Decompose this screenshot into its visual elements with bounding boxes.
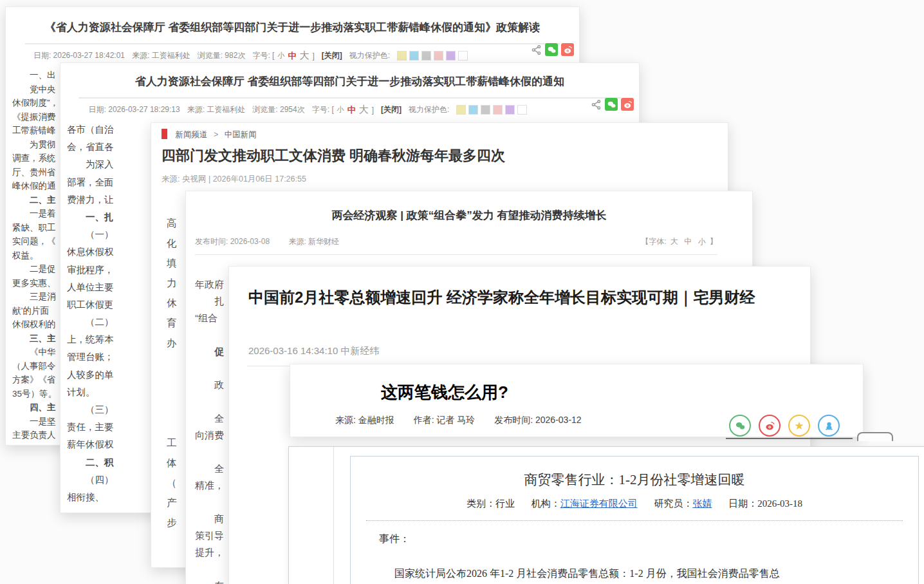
body-line: 为深入 [67,156,152,173]
date-text: 日期: 2026-03-27 18:29:13 [89,104,180,115]
report-meta: 类别：行业 机构：江海证券有限公司 研究员：张婧 日期：2026-03-18 [351,498,918,510]
font-small-button[interactable]: 小 [698,237,706,246]
font-size-label-end: 】 [710,237,717,246]
news-title: 这两笔钱怎么用? [290,381,599,404]
article-meta: 日期: 2026-03-27 18:42:01 来源: 工资福利处 浏览量: 9… [6,50,495,62]
wechat-icon[interactable] [545,43,558,56]
font-size-control: 【字体: 大 中 小 】 [641,236,717,247]
title-divider [25,43,560,44]
body-line: （一） [67,226,152,243]
source-text: 来源: 工资福利处 [187,104,246,115]
body-line: 人较多的单 [67,366,152,384]
eye-protect-swatch[interactable] [421,51,431,61]
news-meta-row: 来源: 金融时报 作者: 记者 马玲 发布时间: 2026-03-12 [335,415,582,426]
body-line: 计划。 [67,384,152,401]
font-small-button[interactable]: 小 [337,105,344,115]
body-line: 休息休假权 [67,243,152,261]
body-line: 二、积 [67,454,152,471]
report-page: 商贸零售行业：1-2月份社零增速回暖 类别：行业 机构：江海证券有限公司 研究员… [288,446,924,584]
publish-time: 发布时间: 2026-03-12 [494,415,581,425]
body-line: （二） [67,314,152,331]
wechat-icon[interactable] [729,415,751,437]
close-button[interactable]: [关闭] [381,104,402,115]
analyst-link[interactable]: 张婧 [692,498,712,509]
rounded-tab [857,432,893,441]
eye-protect-swatch[interactable] [434,51,443,61]
font-large-button[interactable]: 大 [359,104,369,116]
body-line: 各市（自治 [67,121,152,138]
font-size-control: 字号: [ 小 中 大 ] [312,104,374,116]
body-line: 费潜力，让 [67,191,152,209]
article-body-column: 各市（自治会，省直各 为深入部署，全面费潜力，让 一、扎 （一）休息休假权审批程… [67,121,152,506]
publish-time: 发布时间: 2026-03-08 [195,237,270,246]
font-medium-button[interactable]: 中 [288,50,296,62]
share-icon[interactable] [591,99,602,110]
article-meta: 日期: 2026-03-27 18:29:13 来源: 工资福利处 浏览量: 2… [60,104,555,116]
body-line: 审批程序， [67,261,152,279]
body-line: 职工休假更 [67,296,152,314]
category-label: 类别： [467,498,495,509]
analyst-label: 研究员： [654,498,692,509]
font-large-button[interactable]: 大 [670,237,678,246]
breadcrumb: 新闻频道 > 中国新闻 [162,129,257,140]
close-button[interactable]: [关闭] [322,50,342,61]
weibo-icon[interactable] [621,98,634,111]
font-size-label: 字号: [ [312,104,334,115]
eye-protect-swatch[interactable] [505,105,515,115]
meta-left: 发布时间: 2026-03-08 来源: 新华财经 [195,236,339,247]
favorite-star-icon[interactable]: ★ [788,415,810,437]
eye-protect-swatch[interactable] [493,105,503,115]
eye-protect-swatch[interactable] [446,51,456,61]
body-line: （三） [67,401,152,419]
body-line: 管理台账； [67,348,152,366]
eye-protect-swatches [397,51,468,61]
breadcrumb-bullet-icon [162,129,167,139]
report-box: 商贸零售行业：1-2月份社零增速回暖 类别：行业 机构：江海证券有限公司 研究员… [350,456,919,584]
report-body: 国家统计局公布2026 年1-2 月社会消费品零售总额：1-2 月份，我国社会消… [374,565,899,582]
source-text: 来源: 金融时报 [335,415,394,425]
wechat-icon[interactable] [605,98,618,111]
font-large-button[interactable]: 大 [299,50,309,62]
body-line: 一、扎 [67,209,152,226]
weibo-icon[interactable] [561,43,574,56]
eye-protect-swatch[interactable] [468,105,478,115]
page-title: 《省人力资源社会保障厅 省委组织部等四部门关于进一步推动落实职工带薪错峰休假的通… [29,20,556,35]
share-icon[interactable] [531,44,542,55]
event-label: 事件： [379,532,918,546]
report-title: 商贸零售行业：1-2月份社零增速回暖 [351,471,918,489]
eye-protect-swatch[interactable] [481,105,490,115]
org-label: 机构： [531,498,560,509]
date-label: 日期： [728,498,757,509]
eye-protect-swatch[interactable] [397,51,407,61]
body-line: 相衔接、 [67,489,152,506]
screenshot-stage: 《省人力资源社会保障厅 省委组织部等四部门关于进一步推动落实职工带薪错峰休假的通… [0,0,924,584]
qq-icon[interactable] [818,415,840,437]
org-link[interactable]: 江海证券有限公司 [560,498,638,509]
views-text: 浏览量: 982次 [198,50,246,61]
weibo-icon[interactable] [759,415,781,437]
news-meta-row: 发布时间: 2026-03-08 来源: 新华财经 【字体: 大 中 小 】 [195,236,717,247]
font-size-label-end: ] [312,52,314,61]
breadcrumb-section[interactable]: 新闻频道 [175,130,207,139]
eye-protect-swatch[interactable] [409,51,419,61]
eye-protect-swatch[interactable] [458,51,468,61]
body-line: 上，统筹本 [67,331,152,348]
font-medium-button[interactable]: 中 [684,237,692,246]
eye-protect-label: 视力保护色: [349,50,390,61]
eye-protect-swatch[interactable] [456,105,466,115]
body-line: 会，省直各 [67,138,152,156]
share-bar [531,43,574,56]
news-title: 两会经济观察 | 政策“组合拳”发力 有望推动消费持续增长 [225,208,714,223]
font-small-button[interactable]: 小 [277,51,284,61]
meta-divider [195,254,717,255]
body-line: 薪年休假权 [67,436,152,453]
news-title: 中国前2月社零总额增速回升 经济学家称全年增长目标实现可期｜宅男财经 [248,285,788,310]
news-meta: 来源: 央视网 | 2026年01月06日 17:26:55 [162,174,306,185]
panel-divider [333,447,334,584]
font-medium-button[interactable]: 中 [347,104,356,116]
eye-protect-swatch[interactable] [517,105,527,115]
page-title: 省人力资源社会保障厅 省委组织部等四部门关于进一步推动落实职工带薪错峰休假的通知 [86,74,613,89]
breadcrumb-page[interactable]: 中国新闻 [225,130,257,139]
date-text: 日期: 2026-03-27 18:42:01 [33,50,125,61]
body-line: 人单位主要 [67,279,152,296]
